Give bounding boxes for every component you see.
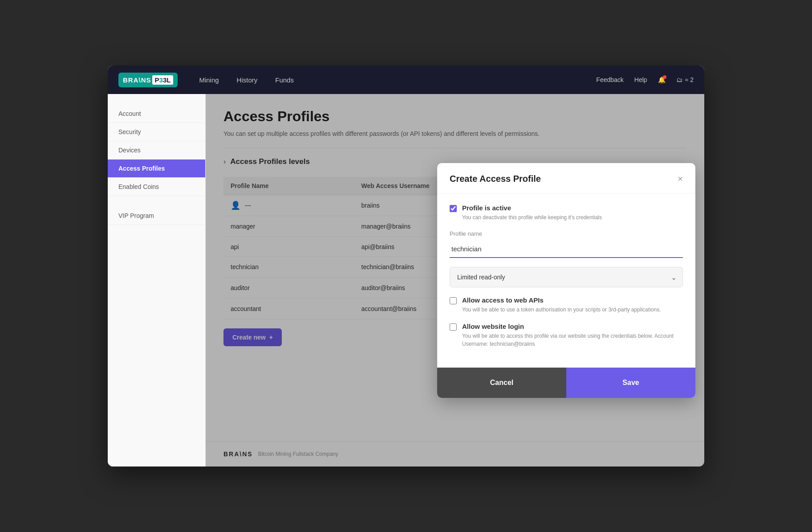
wallet-icon: 🗂 xyxy=(676,76,682,83)
logo-pool: P33L xyxy=(152,75,174,85)
help-link[interactable]: Help xyxy=(634,76,647,83)
profile-active-desc: You can deactivate this profile while ke… xyxy=(462,213,602,221)
create-access-profile-modal: Create Access Profile × Profile is activ… xyxy=(437,163,695,398)
web-api-desc: You will be able to use a token authoris… xyxy=(462,306,661,314)
logo-box: BRA\NS P33L xyxy=(118,73,178,87)
nav-history[interactable]: History xyxy=(237,76,258,84)
sidebar-item-vip[interactable]: VIP Program xyxy=(108,207,205,225)
profile-active-checkbox[interactable] xyxy=(450,205,457,212)
web-api-row: Allow access to web APIs You will be abl… xyxy=(450,296,683,314)
top-nav: BRA\NS P33L Mining History Funds Feedbac… xyxy=(108,65,704,94)
access-level-wrap: Limited read-only Read-only Full access … xyxy=(450,267,683,287)
website-login-desc: You will be able to access this profile … xyxy=(462,332,683,348)
sidebar-item-enabled-coins[interactable]: Enabled Coins xyxy=(108,178,205,196)
website-login-label: Allow website login xyxy=(462,323,683,330)
logo-braiins: BRA\NS xyxy=(123,76,151,84)
profile-active-label: Profile is active xyxy=(462,204,602,212)
sidebar-item-access-profiles[interactable]: Access Profiles xyxy=(108,160,205,178)
web-api-checkbox[interactable] xyxy=(450,297,457,304)
web-api-checkbox-wrap xyxy=(450,297,457,306)
sidebar-item-security[interactable]: Security xyxy=(108,123,205,141)
modal-footer: Cancel Save xyxy=(437,368,695,398)
web-api-label: Allow access to web APIs xyxy=(462,296,661,304)
save-button[interactable]: Save xyxy=(566,368,695,398)
modal-title: Create Access Profile xyxy=(450,174,541,184)
website-login-checkbox-wrap xyxy=(450,323,457,332)
main-area: Account Security Devices Access Profiles… xyxy=(108,94,704,467)
nav-funds[interactable]: Funds xyxy=(275,76,294,84)
feedback-link[interactable]: Feedback xyxy=(596,76,623,83)
profile-active-row: Profile is active You can deactivate thi… xyxy=(450,204,683,221)
modal-header: Create Access Profile × xyxy=(437,163,695,193)
notification-dot xyxy=(663,75,666,79)
sidebar-item-account[interactable]: Account xyxy=(108,105,205,123)
notification-bell[interactable]: 🔔 xyxy=(658,76,666,83)
cancel-button[interactable]: Cancel xyxy=(437,368,566,398)
access-level-select[interactable]: Limited read-only Read-only Full access … xyxy=(450,267,683,287)
modal-body: Profile is active You can deactivate thi… xyxy=(437,193,695,368)
sidebar: Account Security Devices Access Profiles… xyxy=(108,94,206,467)
website-login-info: Allow website login You will be able to … xyxy=(462,323,683,348)
wallet-badge[interactable]: 🗂 ≈ 2 xyxy=(676,76,694,83)
website-login-checkbox[interactable] xyxy=(450,323,457,331)
wallet-count: ≈ 2 xyxy=(685,76,694,83)
modal-overlay: Create Access Profile × Profile is activ… xyxy=(206,94,704,467)
profile-active-info: Profile is active You can deactivate thi… xyxy=(462,204,602,221)
web-api-info: Allow access to web APIs You will be abl… xyxy=(462,296,661,314)
modal-close-button[interactable]: × xyxy=(678,174,683,183)
logo-area: BRA\NS P33L xyxy=(118,73,178,87)
nav-mining[interactable]: Mining xyxy=(199,76,219,84)
nav-links: Mining History Funds xyxy=(199,76,596,84)
profile-active-checkbox-wrap xyxy=(450,205,457,214)
main-window: BRA\NS P33L Mining History Funds Feedbac… xyxy=(108,65,704,467)
profile-name-input[interactable] xyxy=(450,241,683,258)
website-login-row: Allow website login You will be able to … xyxy=(450,323,683,348)
sidebar-item-devices[interactable]: Devices xyxy=(108,141,205,160)
nav-right: Feedback Help 🔔 🗂 ≈ 2 xyxy=(596,76,694,83)
sidebar-divider xyxy=(108,196,205,207)
profile-name-label: Profile name xyxy=(450,230,683,237)
